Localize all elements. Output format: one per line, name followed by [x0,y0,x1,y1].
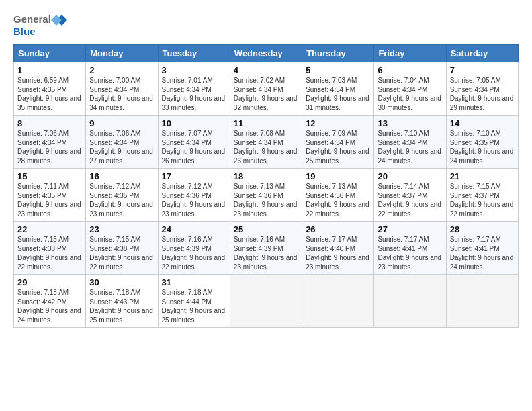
calendar-week-3: 15 Sunrise: 7:11 AMSunset: 4:35 PMDaylig… [14,169,519,222]
header: General Blue [13,11,519,39]
day-number: 19 [306,171,370,181]
cell-info: Sunrise: 7:06 AMSunset: 4:34 PMDaylight:… [89,130,153,165]
calendar-cell: 6 Sunrise: 7:04 AMSunset: 4:34 PMDayligh… [374,62,446,116]
cell-info: Sunrise: 7:17 AMSunset: 4:41 PMDaylight:… [450,236,514,271]
day-number: 25 [234,224,298,234]
calendar-cell: 28 Sunrise: 7:17 AMSunset: 4:41 PMDaylig… [446,222,518,275]
cell-info: Sunrise: 7:12 AMSunset: 4:35 PMDaylight:… [89,183,153,218]
cell-info: Sunrise: 7:18 AMSunset: 4:44 PMDaylight:… [162,289,226,324]
calendar: SundayMondayTuesdayWednesdayThursdayFrid… [13,44,519,328]
cell-info: Sunrise: 7:13 AMSunset: 4:36 PMDaylight:… [234,183,298,218]
calendar-cell: 27 Sunrise: 7:17 AMSunset: 4:41 PMDaylig… [374,222,446,275]
svg-text:Blue: Blue [13,26,36,37]
day-number: 31 [162,277,226,287]
calendar-header-row: SundayMondayTuesdayWednesdayThursdayFrid… [14,45,519,62]
calendar-cell [302,275,374,328]
calendar-cell: 10 Sunrise: 7:07 AMSunset: 4:34 PMDaylig… [158,116,230,169]
calendar-cell: 17 Sunrise: 7:12 AMSunset: 4:36 PMDaylig… [158,169,230,222]
day-number: 11 [234,118,298,128]
calendar-cell: 12 Sunrise: 7:09 AMSunset: 4:34 PMDaylig… [302,116,374,169]
day-number: 2 [89,65,154,75]
day-number: 29 [17,277,82,287]
logo-svg: General Blue [13,11,67,39]
day-number: 14 [450,118,515,128]
cell-info: Sunrise: 7:16 AMSunset: 4:39 PMDaylight:… [162,236,226,271]
cell-info: Sunrise: 7:16 AMSunset: 4:39 PMDaylight:… [234,236,298,271]
cell-info: Sunrise: 7:04 AMSunset: 4:34 PMDaylight:… [378,77,441,111]
cell-info: Sunrise: 7:17 AMSunset: 4:40 PMDaylight:… [306,236,369,271]
calendar-cell: 30 Sunrise: 7:18 AMSunset: 4:43 PMDaylig… [86,275,158,328]
calendar-cell: 2 Sunrise: 7:00 AMSunset: 4:34 PMDayligh… [86,62,158,116]
calendar-header-friday: Friday [374,45,446,62]
calendar-cell: 16 Sunrise: 7:12 AMSunset: 4:35 PMDaylig… [86,169,158,222]
calendar-header-saturday: Saturday [446,45,518,62]
cell-info: Sunrise: 7:14 AMSunset: 4:37 PMDaylight:… [378,183,441,218]
cell-info: Sunrise: 7:03 AMSunset: 4:34 PMDaylight:… [306,77,369,111]
calendar-cell: 31 Sunrise: 7:18 AMSunset: 4:44 PMDaylig… [158,275,230,328]
calendar-cell: 24 Sunrise: 7:16 AMSunset: 4:39 PMDaylig… [158,222,230,275]
logo: General Blue [13,11,67,39]
calendar-header-wednesday: Wednesday [230,45,302,62]
cell-info: Sunrise: 7:18 AMSunset: 4:42 PMDaylight:… [17,289,81,324]
calendar-week-5: 29 Sunrise: 7:18 AMSunset: 4:42 PMDaylig… [14,275,519,328]
cell-info: Sunrise: 7:10 AMSunset: 4:34 PMDaylight:… [378,130,441,165]
calendar-cell: 22 Sunrise: 7:15 AMSunset: 4:38 PMDaylig… [14,222,86,275]
calendar-cell: 9 Sunrise: 7:06 AMSunset: 4:34 PMDayligh… [86,116,158,169]
calendar-cell: 1 Sunrise: 6:59 AMSunset: 4:35 PMDayligh… [14,62,86,116]
day-number: 23 [89,224,154,234]
calendar-cell: 19 Sunrise: 7:13 AMSunset: 4:36 PMDaylig… [302,169,374,222]
day-number: 3 [162,65,226,75]
day-number: 26 [306,224,370,234]
cell-info: Sunrise: 7:07 AMSunset: 4:34 PMDaylight:… [162,130,226,165]
day-number: 12 [306,118,370,128]
calendar-cell: 5 Sunrise: 7:03 AMSunset: 4:34 PMDayligh… [302,62,374,116]
cell-info: Sunrise: 7:13 AMSunset: 4:36 PMDaylight:… [306,183,369,218]
day-number: 24 [162,224,226,234]
day-number: 18 [234,171,298,181]
day-number: 22 [17,224,82,234]
day-number: 17 [162,171,226,181]
calendar-cell: 4 Sunrise: 7:02 AMSunset: 4:34 PMDayligh… [230,62,302,116]
cell-info: Sunrise: 7:05 AMSunset: 4:34 PMDaylight:… [450,77,514,111]
day-number: 15 [17,171,82,181]
cell-info: Sunrise: 7:15 AMSunset: 4:38 PMDaylight:… [17,236,81,271]
cell-info: Sunrise: 7:06 AMSunset: 4:34 PMDaylight:… [17,130,81,165]
cell-info: Sunrise: 7:00 AMSunset: 4:34 PMDaylight:… [89,77,153,111]
day-number: 28 [450,224,515,234]
calendar-cell: 13 Sunrise: 7:10 AMSunset: 4:34 PMDaylig… [374,116,446,169]
calendar-cell: 3 Sunrise: 7:01 AMSunset: 4:34 PMDayligh… [158,62,230,116]
day-number: 16 [89,171,154,181]
cell-info: Sunrise: 7:10 AMSunset: 4:35 PMDaylight:… [450,130,514,165]
calendar-cell: 7 Sunrise: 7:05 AMSunset: 4:34 PMDayligh… [446,62,518,116]
day-number: 5 [306,65,370,75]
calendar-cell: 14 Sunrise: 7:10 AMSunset: 4:35 PMDaylig… [446,116,518,169]
calendar-week-2: 8 Sunrise: 7:06 AMSunset: 4:34 PMDayligh… [14,116,519,169]
calendar-header-sunday: Sunday [14,45,86,62]
calendar-header-thursday: Thursday [302,45,374,62]
calendar-cell: 20 Sunrise: 7:14 AMSunset: 4:37 PMDaylig… [374,169,446,222]
cell-info: Sunrise: 6:59 AMSunset: 4:35 PMDaylight:… [17,77,81,111]
calendar-week-1: 1 Sunrise: 6:59 AMSunset: 4:35 PMDayligh… [14,62,519,116]
cell-info: Sunrise: 7:15 AMSunset: 4:37 PMDaylight:… [450,183,514,218]
cell-info: Sunrise: 7:11 AMSunset: 4:35 PMDaylight:… [17,183,81,218]
calendar-cell: 25 Sunrise: 7:16 AMSunset: 4:39 PMDaylig… [230,222,302,275]
day-number: 8 [17,118,82,128]
calendar-cell: 26 Sunrise: 7:17 AMSunset: 4:40 PMDaylig… [302,222,374,275]
cell-info: Sunrise: 7:02 AMSunset: 4:34 PMDaylight:… [234,77,298,111]
day-number: 6 [378,65,442,75]
calendar-cell: 21 Sunrise: 7:15 AMSunset: 4:37 PMDaylig… [446,169,518,222]
calendar-cell: 15 Sunrise: 7:11 AMSunset: 4:35 PMDaylig… [14,169,86,222]
day-number: 20 [378,171,442,181]
cell-info: Sunrise: 7:17 AMSunset: 4:41 PMDaylight:… [378,236,441,271]
calendar-cell: 29 Sunrise: 7:18 AMSunset: 4:42 PMDaylig… [14,275,86,328]
cell-info: Sunrise: 7:18 AMSunset: 4:43 PMDaylight:… [89,289,153,324]
calendar-header-tuesday: Tuesday [158,45,230,62]
page: General Blue SundayMondayTuesdayWednesda… [0,0,532,411]
cell-info: Sunrise: 7:09 AMSunset: 4:34 PMDaylight:… [306,130,369,165]
calendar-cell [374,275,446,328]
calendar-cell: 8 Sunrise: 7:06 AMSunset: 4:34 PMDayligh… [14,116,86,169]
day-number: 7 [450,65,515,75]
cell-info: Sunrise: 7:08 AMSunset: 4:34 PMDaylight:… [234,130,298,165]
calendar-cell: 18 Sunrise: 7:13 AMSunset: 4:36 PMDaylig… [230,169,302,222]
calendar-cell [446,275,518,328]
